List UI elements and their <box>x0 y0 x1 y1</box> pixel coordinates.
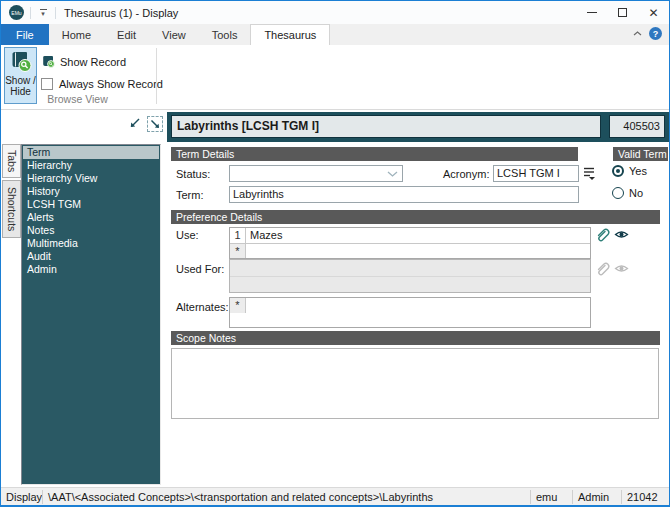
use-value[interactable]: Mazes <box>246 228 590 243</box>
statusbar-mode: Display <box>1 488 42 506</box>
maximize-icon <box>618 8 627 17</box>
alternates-row-new[interactable]: * <box>230 298 590 313</box>
chevron-down-icon: ▾ <box>41 11 45 16</box>
always-show-record-checkbox[interactable] <box>41 78 53 90</box>
book-record-icon <box>41 55 55 68</box>
use-value-new[interactable] <box>246 244 590 258</box>
alternates-value-new[interactable] <box>246 298 590 313</box>
attachment-paperclip-icon[interactable] <box>595 226 611 242</box>
sidebar-tab-list: Term Hierarchy Hierarchy View History LC… <box>21 144 161 485</box>
sidebar-item-lcsh-tgm[interactable]: LCSH TGM <box>23 198 159 211</box>
statusbar-record-count: 21042 <box>622 488 669 506</box>
ribbon-body: Show / Hide Show Record Always Show Reco… <box>1 45 669 110</box>
maximize-button[interactable] <box>607 1 638 24</box>
lookup-list-icon[interactable] <box>583 166 599 182</box>
scope-notes-header: Scope Notes <box>171 331 660 345</box>
sidebar-tab-shortcuts[interactable]: Shortcuts <box>2 180 21 238</box>
tab-thesaurus[interactable]: Thesaurus <box>250 24 330 45</box>
sidebar-item-admin[interactable]: Admin <box>23 263 159 276</box>
ribbon-group-separator <box>156 48 157 104</box>
use-row-1[interactable]: 1 Mazes <box>230 228 590 243</box>
tab-tools[interactable]: Tools <box>199 24 251 45</box>
minimize-button[interactable] <box>576 1 607 24</box>
sidebar-item-notes[interactable]: Notes <box>23 224 159 237</box>
tab-view[interactable]: View <box>149 24 199 45</box>
valid-term-no-option[interactable]: No <box>612 187 643 199</box>
valid-term-header: Valid Term <box>613 147 668 161</box>
radio-yes[interactable] <box>612 165 624 177</box>
app-window: EMu ▾ Thesaurus (1) - Display ✕ File Hom… <box>0 0 670 507</box>
use-grid[interactable]: 1 Mazes * <box>229 227 591 259</box>
titlebar-separator <box>55 7 56 19</box>
term-field[interactable]: Labyrinths <box>229 186 579 203</box>
ribbon-tab-row: File Home Edit View Tools Thesaurus <box>1 24 669 45</box>
status-label: Status: <box>176 168 210 180</box>
used-for-row <box>230 260 590 276</box>
window-title: Thesaurus (1) - Display <box>64 7 178 19</box>
help-icon[interactable]: ? <box>649 27 662 40</box>
titlebar-separator <box>30 7 31 19</box>
new-row-marker: * <box>230 244 246 258</box>
statusbar-database: emu <box>531 488 572 506</box>
valid-term-yes-label: Yes <box>629 165 647 177</box>
acronym-label: Acronym: <box>443 168 489 180</box>
sidebar-item-multimedia[interactable]: Multimedia <box>23 237 159 250</box>
status-bar: Display \AAT\<Associated Concepts>\<tran… <box>1 487 669 506</box>
always-show-record-label: Always Show Record <box>59 78 163 90</box>
always-show-record-option[interactable]: Always Show Record <box>41 78 163 90</box>
window-controls: ✕ <box>576 1 669 24</box>
use-row-new[interactable]: * <box>230 243 590 258</box>
row-number: 1 <box>230 228 246 243</box>
close-icon: ✕ <box>648 7 658 19</box>
tab-edit[interactable]: Edit <box>104 24 149 45</box>
status-dropdown[interactable] <box>229 165 403 182</box>
close-button[interactable]: ✕ <box>638 1 669 24</box>
alternates-label: Alternates: <box>176 301 229 313</box>
title-bar: EMu ▾ Thesaurus (1) - Display ✕ <box>1 1 669 24</box>
show-record-button[interactable]: Show Record <box>41 55 126 68</box>
ribbon-extras: ? <box>633 27 662 40</box>
radio-no[interactable] <box>612 187 624 199</box>
preference-details-header: Preference Details <box>171 210 660 224</box>
valid-term-no-label: No <box>629 187 643 199</box>
show-record-label: Show Record <box>60 56 126 68</box>
sidebar-tab-tabs[interactable]: Tabs <box>2 144 21 178</box>
browse-view-group-label: Browse View <box>1 93 154 105</box>
used-for-label: Used For: <box>176 263 224 275</box>
valid-term-yes-option[interactable]: Yes <box>612 165 647 177</box>
term-label: Term: <box>176 189 204 201</box>
quick-access-toolbar-dropdown[interactable]: ▾ <box>37 9 49 16</box>
record-number: 405503 <box>609 115 665 138</box>
attachment-paperclip-icon-disabled <box>595 260 611 276</box>
app-logo-icon: EMu <box>9 5 24 20</box>
sidebar-item-term[interactable]: Term <box>23 146 159 159</box>
term-details-header: Term Details <box>171 147 578 161</box>
statusbar-user: Admin <box>573 488 621 506</box>
chevron-down-icon <box>387 166 398 181</box>
scope-notes-field[interactable] <box>171 348 659 419</box>
sidebar-item-alerts[interactable]: Alerts <box>23 211 159 224</box>
record-title: Labyrinths [LCSH TGM I] <box>171 115 601 138</box>
tab-home[interactable]: Home <box>49 24 104 45</box>
collapse-ribbon-button[interactable] <box>633 31 642 36</box>
alternates-grid[interactable]: * <box>229 297 591 328</box>
tab-file[interactable]: File <box>1 24 49 45</box>
attach-arrow-icon[interactable] <box>128 117 141 132</box>
view-eye-icon-disabled <box>614 262 630 278</box>
record-header-bar: Labyrinths [LCSH TGM I] 405503 <box>167 112 669 142</box>
statusbar-path: \AAT\<Associated Concepts>\<transportati… <box>43 488 530 506</box>
sidebar-item-hierarchy-view[interactable]: Hierarchy View <box>23 172 159 185</box>
used-for-grid-disabled <box>229 259 591 293</box>
sidebar-item-history[interactable]: History <box>23 185 159 198</box>
new-row-marker: * <box>230 298 246 313</box>
minimize-icon <box>587 12 597 13</box>
used-for-row <box>230 276 590 292</box>
book-search-icon <box>9 51 33 73</box>
expand-selection-icon[interactable] <box>147 116 163 132</box>
use-label: Use: <box>176 229 199 241</box>
sidebar-item-audit[interactable]: Audit <box>23 250 159 263</box>
view-eye-icon[interactable] <box>614 228 630 244</box>
sidebar-item-hierarchy[interactable]: Hierarchy <box>23 159 159 172</box>
acronym-field[interactable]: LCSH TGM I <box>493 165 579 182</box>
